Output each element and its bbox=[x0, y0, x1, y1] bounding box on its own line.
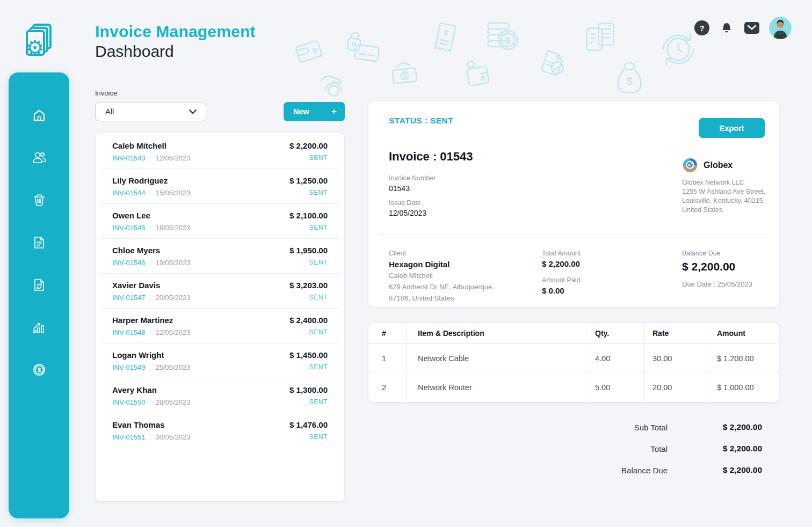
sidebar-item-customers[interactable] bbox=[32, 150, 47, 165]
item-number: 2 bbox=[368, 373, 407, 402]
totals-value: $ 2,200.00 bbox=[694, 444, 762, 453]
client-contact: Caleb Mitchell bbox=[389, 271, 542, 280]
invoice-client-name: Chloe Myers bbox=[112, 246, 191, 255]
invoice-id-link[interactable]: INV-01545 bbox=[112, 224, 145, 232]
invoice-date: 12/05/2023 bbox=[155, 154, 190, 162]
sidebar-item-reports[interactable] bbox=[32, 320, 47, 335]
company-address-line: Louisville, Kentucky, 40215, bbox=[682, 196, 768, 206]
invoice-status-badge: SENT bbox=[289, 259, 328, 266]
invoice-status-badge: SENT bbox=[289, 328, 328, 336]
document-icon bbox=[32, 236, 46, 250]
invoice-amount: $ 1,300.00 bbox=[289, 385, 328, 394]
invoice-list-item[interactable]: Evan Thomas INV-01551 30/05/2023 $ 1,476… bbox=[101, 413, 339, 448]
decor-money-bag-icon: $ bbox=[611, 57, 648, 97]
items-table-header: # Item & Description Qty. Rate Amount bbox=[368, 323, 779, 344]
invoice-client-name: Owen Lee bbox=[112, 211, 191, 220]
invoice-id-link[interactable]: INV-01543 bbox=[112, 154, 145, 162]
invoice-client-name: Xavier Davis bbox=[112, 281, 191, 290]
decor-hand-coin-icon bbox=[316, 69, 348, 98]
user-avatar[interactable] bbox=[769, 17, 792, 39]
amounts-block: Total Amount $ 2,200.00 Amount Paid $ 0.… bbox=[542, 250, 682, 303]
client-address-line: 87106, United States bbox=[389, 294, 542, 303]
help-button[interactable]: ? bbox=[694, 20, 709, 35]
balance-due-label: Balance Due bbox=[682, 250, 765, 257]
mail-icon bbox=[744, 21, 760, 35]
meta-divider bbox=[150, 259, 150, 267]
invoice-amount: $ 2,400.00 bbox=[289, 316, 328, 325]
client-company: Hexagon Digital bbox=[389, 260, 542, 269]
svg-text:$: $ bbox=[627, 75, 633, 87]
sidebar-item-documents[interactable] bbox=[32, 235, 47, 250]
company-address-line: United States bbox=[682, 206, 768, 215]
avatar-illustration bbox=[769, 17, 792, 39]
meta-divider bbox=[150, 189, 150, 197]
col-header-item: Item & Description bbox=[407, 323, 586, 343]
bell-icon bbox=[720, 21, 733, 34]
invoice-id-link[interactable]: INV-01549 bbox=[112, 363, 145, 371]
svg-text:$: $ bbox=[443, 28, 449, 38]
messages-button[interactable] bbox=[744, 20, 760, 36]
invoice-status-badge: SENT bbox=[289, 154, 328, 162]
invoice-number-value: 01543 bbox=[389, 184, 436, 193]
export-button[interactable]: Export bbox=[699, 118, 765, 138]
decor-coins-icon: $ bbox=[482, 16, 520, 57]
decor-price-tag-icon bbox=[536, 46, 569, 79]
invoice-client-name: Evan Thomas bbox=[112, 420, 191, 429]
decor-receipt-icon: $ bbox=[430, 19, 461, 57]
dollar-coin-icon: $ bbox=[32, 363, 46, 377]
invoice-list-item[interactable]: Xavier Davis INV-01547 20/05/2023 $ 3,20… bbox=[101, 274, 339, 309]
decor-lock-card-icon bbox=[344, 31, 382, 67]
amount-paid-label: Amount Paid bbox=[542, 276, 682, 284]
decor-time-refresh-icon bbox=[656, 28, 700, 71]
sidebar-item-recurring-invoices[interactable] bbox=[32, 277, 47, 292]
invoice-amount: $ 1,950.00 bbox=[289, 246, 328, 255]
item-qty: 5.00 bbox=[586, 373, 644, 402]
invoice-filter-dropdown[interactable]: All bbox=[95, 102, 206, 121]
col-header-rate: Rate bbox=[644, 323, 708, 343]
col-header-qty: Qty. bbox=[586, 323, 644, 343]
invoice-client-name: Caleb Mitchell bbox=[112, 141, 191, 150]
invoice-amount: $ 3,203.00 bbox=[289, 281, 328, 290]
invoice-date: 22/05/2023 bbox=[155, 328, 190, 336]
invoice-id-link[interactable]: INV-01548 bbox=[112, 328, 145, 336]
invoice-list-item[interactable]: Logan Wright INV-01549 25/05/2023 $ 1,45… bbox=[101, 343, 339, 378]
svg-text:$: $ bbox=[38, 367, 41, 373]
meta-divider bbox=[150, 155, 150, 162]
home-icon bbox=[32, 108, 46, 122]
invoice-date: 30/05/2023 bbox=[155, 433, 190, 441]
sidebar-item-payments[interactable]: $ bbox=[32, 362, 47, 377]
totals-summary: Sub Total $ 2,200.00 Total $ 2,200.00 Ba… bbox=[569, 421, 762, 485]
invoice-list-item[interactable]: Caleb Mitchell INV-01543 12/05/2023 $ 2,… bbox=[101, 134, 339, 169]
sidebar-item-trash[interactable] bbox=[32, 193, 47, 208]
invoice-id-link[interactable]: INV-01551 bbox=[112, 433, 145, 441]
invoice-list-item[interactable]: Owen Lee INV-01545 18/05/2023 $ 2,100.00… bbox=[101, 204, 339, 239]
decor-wallet-user-icon bbox=[461, 56, 494, 91]
invoice-list-item[interactable]: Chloe Myers INV-01546 19/05/2023 $ 1,950… bbox=[101, 239, 339, 274]
invoice-list-item[interactable]: Harper Martinez INV-01548 22/05/2023 $ 2… bbox=[101, 309, 339, 343]
decor-wallet-icon bbox=[290, 33, 325, 69]
invoice-list-item[interactable]: Lily Rodriguez INV-01544 15/05/2023 $ 1,… bbox=[101, 169, 339, 204]
chevron-down-icon bbox=[189, 109, 197, 114]
invoice-id-link[interactable]: INV-01546 bbox=[112, 259, 145, 267]
balance-block: Balance Due $ 2,200.00 Due Date : 25/05/… bbox=[682, 250, 765, 303]
item-amount: $ 1,200.00 bbox=[708, 344, 779, 372]
dropdown-selected-value: All bbox=[105, 107, 114, 116]
invoice-date: 25/05/2023 bbox=[155, 363, 190, 371]
invoice-list-item[interactable]: Avery Khan INV-01550 28/05/2023 $ 1,300.… bbox=[101, 378, 339, 413]
notifications-button[interactable] bbox=[719, 20, 735, 36]
invoice-status-badge: SENT bbox=[289, 433, 328, 441]
company-block: Globex Globex Network LLC 1255 W Ashland… bbox=[682, 157, 768, 215]
totals-row: Sub Total $ 2,200.00 bbox=[569, 421, 762, 434]
sidebar-item-home[interactable] bbox=[32, 108, 47, 123]
invoice-filter-label: Invoice bbox=[95, 89, 117, 97]
new-invoice-button[interactable]: New + bbox=[284, 102, 345, 121]
invoice-id-link[interactable]: INV-01550 bbox=[112, 398, 145, 406]
invoice-id-link[interactable]: INV-01544 bbox=[112, 189, 145, 197]
due-date: Due Date : 25/05/2023 bbox=[682, 280, 765, 288]
client-address-line: 629 Amherst Dr NE, Albuquerque, bbox=[389, 282, 542, 291]
issue-date-label: Issue Date bbox=[389, 199, 426, 207]
invoice-date: 18/05/2023 bbox=[155, 224, 190, 232]
invoice-list: Caleb Mitchell INV-01543 12/05/2023 $ 2,… bbox=[95, 132, 345, 502]
invoice-id-link[interactable]: INV-01547 bbox=[112, 294, 145, 302]
item-row: 1 Network Cable 4.00 30.00 $ 1,200.00 bbox=[368, 344, 779, 373]
